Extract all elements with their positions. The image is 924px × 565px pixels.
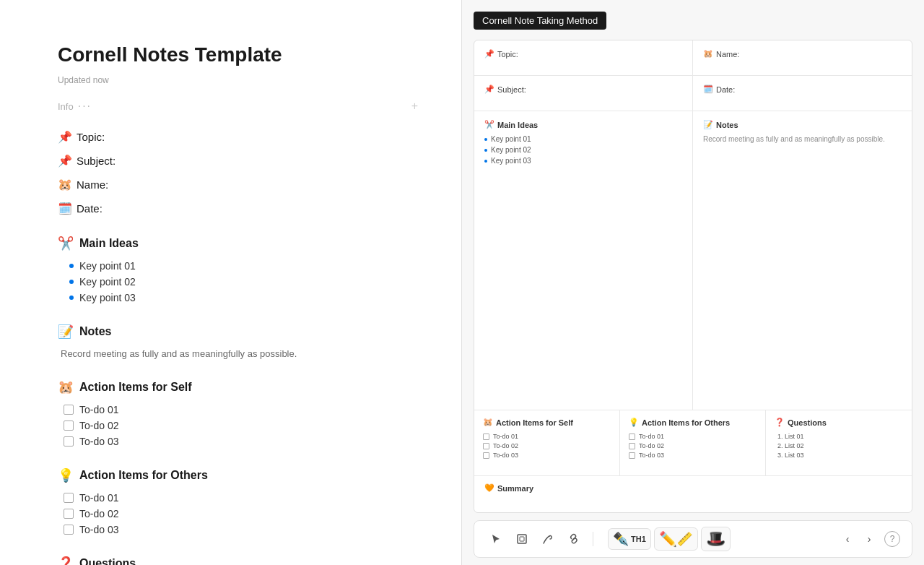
checkbox[interactable] <box>64 493 74 503</box>
questions-title: Questions <box>79 557 136 565</box>
svg-rect-0 <box>518 535 526 543</box>
preview-summary-title: 🧡 Summary <box>484 483 902 493</box>
th-label: TH1 <box>631 535 646 543</box>
list-item: To-do 01 <box>483 433 611 440</box>
help-button[interactable]: ? <box>884 531 900 547</box>
preview-notes-cell: 📝 Notes Record meeting as fully and as m… <box>693 111 912 410</box>
preview-date-label: Date: <box>716 85 735 94</box>
section-action-others: 💡 Action Items for Others <box>58 467 418 483</box>
preview-action-self-cell: 🐹 Action Items for Self To-do 01 To-do 0… <box>474 410 620 475</box>
name-emoji: 🐹 <box>58 178 72 191</box>
topic-label: Topic: <box>77 131 105 143</box>
action-others-title: Action Items for Others <box>79 469 208 482</box>
nav-next-button[interactable]: › <box>860 530 879 548</box>
preview-main-ideas-cell: ✂️ Main Ideas Key point 01 Key point 02 … <box>474 111 693 410</box>
list-item: To-do 03 <box>483 452 611 459</box>
preview-name-emoji: 🐹 <box>703 49 713 59</box>
list-item: List 01 <box>785 433 903 440</box>
section-notes: 📝 Notes <box>58 324 418 340</box>
preview-top-grid-2: 📌 Subject: 🗓️ Date: <box>474 76 912 111</box>
checkbox[interactable] <box>64 436 74 447</box>
list-item: Key point 01 <box>484 135 682 143</box>
checkbox[interactable] <box>64 509 74 519</box>
field-name: 🐹 Name: <box>58 178 418 191</box>
preview-questions-title: ❓ Questions <box>775 418 903 427</box>
info-label: Info <box>58 101 74 112</box>
list-item: Key point 02 <box>69 276 418 288</box>
preview-main-grid: ✂️ Main Ideas Key point 01 Key point 02 … <box>474 111 912 410</box>
preview-name-cell: 🐹 Name: <box>693 40 912 75</box>
info-row: Info ··· + <box>58 100 418 113</box>
list-item: To-do 03 <box>64 436 418 447</box>
topic-emoji: 📌 <box>58 130 72 144</box>
preview-date-cell: 🗓️ Date: <box>693 76 912 111</box>
list-item: Key point 02 <box>484 146 682 154</box>
title-badge: Cornell Note Taking Method <box>474 12 606 30</box>
list-item: Key point 03 <box>69 292 418 303</box>
preview-main-ideas-title: ✂️ Main Ideas <box>484 120 682 129</box>
list-item: To-do 01 <box>64 404 418 415</box>
sticker-group: ✒️ TH1 ✏️ 📏 🎩 <box>608 527 731 551</box>
svg-rect-1 <box>520 537 524 541</box>
pencil-icon: ✏️ <box>659 530 677 548</box>
info-dots-icon[interactable]: ··· <box>78 100 92 113</box>
date-label: Date: <box>77 202 103 215</box>
info-plus-icon[interactable]: + <box>411 100 418 113</box>
list-item: To-do 02 <box>483 442 611 449</box>
section-questions: ❓ Questions <box>58 556 418 565</box>
highlight-icon: 🎩 <box>706 530 725 548</box>
field-topic: 📌 Topic: <box>58 130 418 144</box>
nav-prev-button[interactable]: ‹ <box>838 530 857 548</box>
list-item: List 03 <box>785 452 903 459</box>
action-others-list: To-do 01 To-do 02 To-do 03 <box>58 492 418 535</box>
subject-label: Subject: <box>77 155 116 167</box>
eraser-icon: 📏 <box>677 531 693 547</box>
highlight-sticker[interactable]: 🎩 <box>701 527 731 551</box>
checkbox[interactable] <box>64 525 74 535</box>
preview-summary-row: 🧡 Summary <box>474 476 912 512</box>
bullet-dot <box>69 296 74 300</box>
annotation-sticker[interactable]: ✒️ TH1 <box>608 528 651 550</box>
preview-notes-subtext: Record meeting as fully and as meaningfu… <box>703 135 902 143</box>
list-item: Key point 03 <box>484 157 682 165</box>
checkbox[interactable] <box>64 405 74 415</box>
field-date: 🗓️ Date: <box>58 202 418 215</box>
section-action-self: 🐹 Action Items for Self <box>58 379 418 395</box>
subject-emoji: 📌 <box>58 154 72 168</box>
main-ideas-emoji: ✂️ <box>58 236 74 251</box>
action-self-title: Action Items for Self <box>79 381 192 394</box>
preview-topic-emoji: 📌 <box>484 49 494 59</box>
preview-subject-cell: 📌 Subject: <box>474 76 693 111</box>
frame-tool[interactable] <box>512 529 532 549</box>
list-item: To-do 03 <box>64 524 418 535</box>
pen-tool[interactable] <box>538 529 558 549</box>
preview-bottom-grid: 🐹 Action Items for Self To-do 01 To-do 0… <box>474 410 912 476</box>
toolbar-separator <box>593 532 593 546</box>
preview-main-ideas-bullets: Key point 01 Key point 02 Key point 03 <box>484 135 682 165</box>
action-self-list: To-do 01 To-do 02 To-do 03 <box>58 404 418 447</box>
list-item: Key point 01 <box>69 260 418 272</box>
preview-action-self-title: 🐹 Action Items for Self <box>483 418 611 427</box>
list-item: To-do 03 <box>629 452 757 459</box>
toolbar: ✒️ TH1 ✏️ 📏 🎩 ‹ › ? <box>474 520 912 558</box>
preview-action-others-cell: 💡 Action Items for Others To-do 01 To-do… <box>620 410 766 475</box>
list-item: To-do 02 <box>64 508 418 519</box>
preview-questions-list: List 01 List 02 List 03 <box>775 433 903 459</box>
section-main-ideas: ✂️ Main Ideas <box>58 236 418 251</box>
questions-emoji: ❓ <box>58 556 74 565</box>
right-panel: Cornell Note Taking Method 📌 Topic: 🐹 Na… <box>462 0 924 565</box>
preview-top-grid: 📌 Topic: 🐹 Name: <box>474 40 912 76</box>
checkbox[interactable] <box>64 420 74 431</box>
preview-action-self-list: To-do 01 To-do 02 To-do 03 <box>483 433 611 459</box>
preview-notes-title: 📝 Notes <box>703 120 902 129</box>
updated-label: Updated now <box>58 75 418 85</box>
link-tool[interactable] <box>564 529 584 549</box>
date-emoji: 🗓️ <box>58 202 72 215</box>
pencil-sticker[interactable]: ✏️ 📏 <box>654 527 698 551</box>
notes-emoji: 📝 <box>58 324 74 340</box>
cursor-tool[interactable] <box>486 529 506 549</box>
preview-action-others-title: 💡 Action Items for Others <box>629 418 757 427</box>
preview-name-label: Name: <box>716 50 739 59</box>
preview-action-others-list: To-do 01 To-do 02 To-do 03 <box>629 433 757 459</box>
main-ideas-list: Key point 01 Key point 02 Key point 03 <box>58 260 418 303</box>
